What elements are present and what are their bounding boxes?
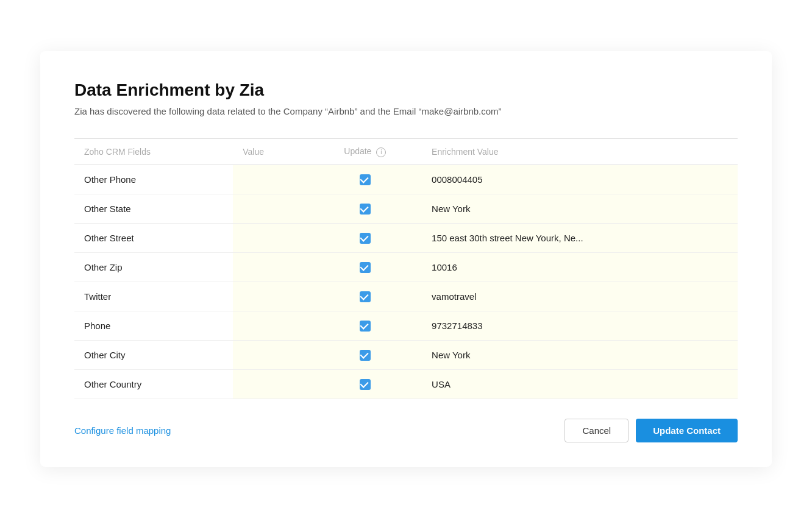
value-cell — [233, 194, 308, 223]
crm-field-cell: Twitter — [74, 282, 233, 311]
update-cell[interactable] — [308, 369, 422, 399]
update-cell[interactable] — [308, 311, 422, 340]
crm-field-cell: Other City — [74, 340, 233, 369]
enrichment-value-cell: New York — [422, 340, 738, 369]
footer-buttons: Cancel Update Contact — [564, 419, 738, 442]
configure-field-mapping-link[interactable]: Configure field mapping — [74, 425, 171, 436]
enrichment-value-cell: USA — [422, 369, 738, 399]
update-contact-button[interactable]: Update Contact — [636, 419, 738, 442]
value-cell — [233, 340, 308, 369]
update-checkbox[interactable] — [360, 379, 371, 390]
table-row: Other Phone0008004405 — [74, 165, 738, 194]
modal-title: Data Enrichment by Zia — [74, 80, 738, 100]
update-checkbox[interactable] — [360, 233, 371, 244]
update-checkbox[interactable] — [360, 174, 371, 185]
enrichment-value-cell: 9732714833 — [422, 311, 738, 340]
cancel-button[interactable]: Cancel — [564, 419, 629, 442]
modal-footer: Configure field mapping Cancel Update Co… — [74, 419, 738, 442]
update-checkbox[interactable] — [360, 350, 371, 361]
update-checkbox[interactable] — [360, 262, 371, 273]
table-row: Other StateNew York — [74, 194, 738, 223]
table-row: Other Zip10016 — [74, 252, 738, 282]
update-cell[interactable] — [308, 194, 422, 223]
enrichment-value-cell: 0008004405 — [422, 165, 738, 194]
modal-subtitle: Zia has discovered the following data re… — [74, 106, 738, 116]
col-value: Value — [233, 139, 308, 165]
crm-field-cell: Other Zip — [74, 252, 233, 282]
crm-field-cell: Other State — [74, 194, 233, 223]
col-crm-fields: Zoho CRM Fields — [74, 139, 233, 165]
value-cell — [233, 252, 308, 282]
table-row: Other CountryUSA — [74, 369, 738, 399]
value-cell — [233, 223, 308, 252]
update-checkbox[interactable] — [360, 291, 371, 302]
value-cell — [233, 165, 308, 194]
update-cell[interactable] — [308, 165, 422, 194]
col-enrichment-value: Enrichment Value — [422, 139, 738, 165]
update-cell[interactable] — [308, 223, 422, 252]
enrichment-value-cell: 10016 — [422, 252, 738, 282]
crm-field-cell: Phone — [74, 311, 233, 340]
crm-field-cell: Other Phone — [74, 165, 233, 194]
enrichment-modal: Data Enrichment by Zia Zia has discovere… — [40, 51, 772, 466]
table-row: Twittervamotravel — [74, 282, 738, 311]
value-cell — [233, 311, 308, 340]
crm-field-cell: Other Country — [74, 369, 233, 399]
update-cell[interactable] — [308, 282, 422, 311]
col-update: Update i — [308, 139, 422, 165]
enrichment-table: Zoho CRM Fields Value Update i Enrichmen… — [74, 138, 738, 399]
table-row: Other CityNew York — [74, 340, 738, 369]
update-cell[interactable] — [308, 252, 422, 282]
update-checkbox[interactable] — [360, 321, 371, 332]
enrichment-value-cell: New York — [422, 194, 738, 223]
table-row: Other Street150 east 30th street New You… — [74, 223, 738, 252]
update-checkbox[interactable] — [360, 204, 371, 215]
crm-field-cell: Other Street — [74, 223, 233, 252]
enrichment-value-cell: 150 east 30th street New Yourk, Ne... — [422, 223, 738, 252]
table-row: Phone9732714833 — [74, 311, 738, 340]
value-cell — [233, 369, 308, 399]
update-info-icon: i — [376, 147, 386, 157]
value-cell — [233, 282, 308, 311]
enrichment-value-cell: vamotravel — [422, 282, 738, 311]
update-cell[interactable] — [308, 340, 422, 369]
